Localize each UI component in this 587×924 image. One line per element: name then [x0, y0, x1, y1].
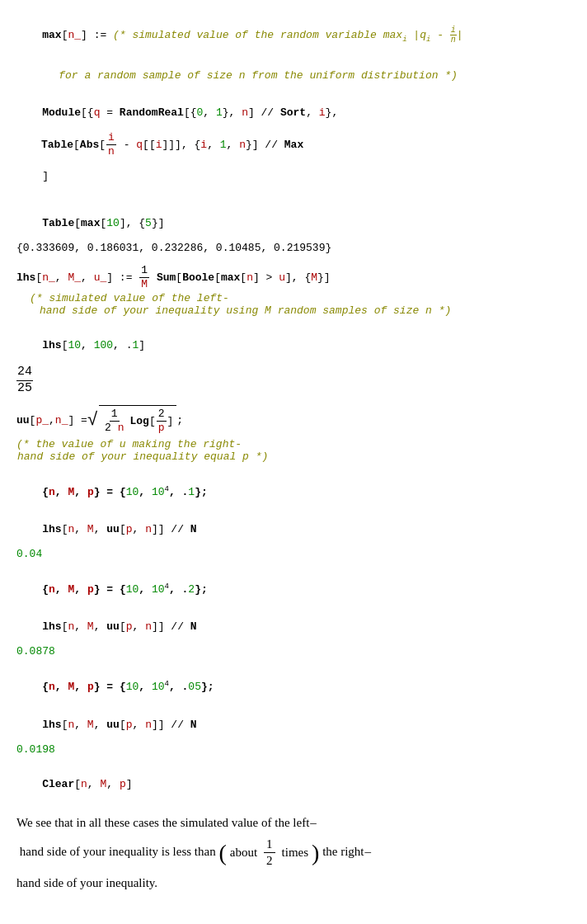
input-p02-assign: {n, M, p} = {10, 104, .2};: [16, 570, 571, 608]
keyword-table: Table: [41, 139, 73, 151]
text-about: about: [230, 842, 257, 864]
keyword-module: Module: [42, 106, 81, 119]
block-uu-definition: uu[p_, n_] = √ 1 2 n Log[ 2 p ] ; (* the…: [16, 405, 571, 462]
code-line-5: ]: [16, 158, 571, 195]
output-table-max: {0.333609, 0.186031, 0.232286, 0.10485, …: [16, 242, 571, 254]
fraction-numerator: 24: [16, 365, 33, 381]
code-text: ] :=: [81, 29, 113, 41]
sqrt-expression: √ 1 2 n Log[ 2 p ]: [87, 405, 176, 436]
code-line-1: max[n_] := (* simulated value of the ran…: [16, 13, 571, 57]
open-paren: (: [218, 833, 226, 873]
block-lhs-definition: lhs[n_, M_, u_] := 1M Sum[Boole[max[n] >…: [16, 264, 571, 317]
comment-1: (* simulated value of the random variabl…: [113, 29, 463, 41]
conclusion-text: We see that in all these cases the simul…: [16, 813, 571, 894]
keyword-max: max: [42, 29, 61, 41]
block-p02: {n, M, p} = {10, 104, .2}; lhs[n, M, uu[…: [16, 570, 571, 658]
input-table-max: Table[max[10], {5}]: [16, 205, 571, 242]
output-p01: 0.04: [16, 548, 571, 560]
block-clear: Clear[n, M, p]: [16, 766, 571, 803]
text-end: hand side of your inequality.: [16, 876, 157, 889]
code-line-3: Module[{q = RandomReal[{0, 1}, n] // Sor…: [16, 94, 571, 131]
code-line-4: Table[Abs[in - q[[i]]], {i, 1, n}] // Ma…: [16, 131, 571, 158]
comment-lhs-2: hand side of your inequality using M ran…: [16, 304, 571, 317]
input-p005-assign: {n, M, p} = {10, 104, .05};: [16, 667, 571, 705]
output-lhs-fraction: 24 25: [16, 365, 571, 395]
output-p02: 0.0878: [16, 645, 571, 658]
code-uu-def: uu[p_, n_] = √ 1 2 n Log[ 2 p ] ;: [16, 405, 571, 436]
input-clear: Clear[n, M, p]: [16, 766, 571, 803]
text-middle: hand side of your inequality is less tha…: [16, 845, 218, 858]
text-times: times: [282, 842, 309, 864]
code-lhs-def: lhs[n_, M_, u_] := 1M Sum[Boole[max[n] >…: [16, 264, 571, 290]
text-intro: We see that in all these cases the simul…: [16, 816, 317, 829]
block-lhs-call: lhs[10, 100, .1] 24 25: [16, 327, 571, 395]
block-max-definition: max[n_] := (* simulated value of the ran…: [16, 13, 571, 195]
input-lhs-call: lhs[10, 100, .1]: [16, 327, 571, 364]
block-p01: {n, M, p} = {10, 104, .1}; lhs[n, M, uu[…: [16, 473, 571, 560]
input-p005-lhs: lhs[n, M, uu[p, n]] // N: [16, 706, 571, 743]
close-paren: ): [312, 833, 319, 873]
comment-uu-1: (* the value of u making the right-: [16, 438, 571, 450]
comment-uu-2: hand side of your inequality equal p *): [16, 450, 571, 463]
half-fraction: 1 2: [262, 837, 277, 870]
block-table-max: Table[max[10], {5}] {0.333609, 0.186031,…: [16, 205, 571, 254]
fraction-denominator: 25: [16, 381, 33, 396]
input-p02-lhs: lhs[n, M, uu[p, n]] // N: [16, 608, 571, 645]
comment-2: for a random sample of size n from the u…: [59, 69, 458, 82]
comment-lhs-1: (* simulated value of the left-: [16, 292, 571, 304]
input-p01-lhs: lhs[n, M, uu[p, n]] // N: [16, 511, 571, 548]
input-p01-assign: {n, M, p} = {10, 104, .1};: [16, 473, 571, 511]
arg-n: n_: [68, 29, 81, 41]
code-line-2: for a random sample of size n from the u…: [16, 57, 571, 94]
output-p005: 0.0198: [16, 743, 571, 756]
block-p005: {n, M, p} = {10, 104, .05}; lhs[n, M, uu…: [16, 667, 571, 755]
